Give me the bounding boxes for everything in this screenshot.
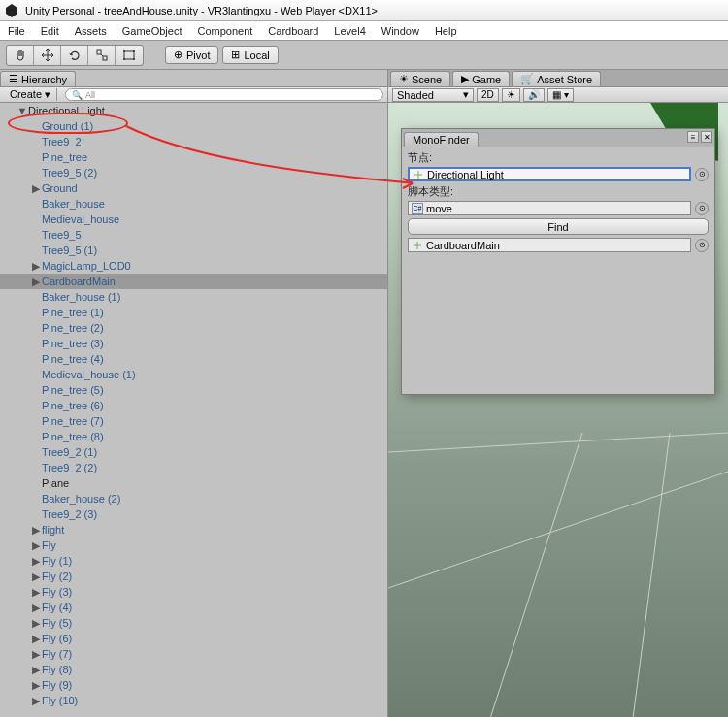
expand-icon[interactable]: [31, 121, 41, 131]
expand-icon[interactable]: [31, 152, 41, 162]
expand-icon[interactable]: ▶: [31, 525, 41, 535]
shaded-dropdown[interactable]: Shaded▾: [392, 88, 474, 102]
hierarchy-item[interactable]: Pine_tree (7): [0, 413, 387, 429]
menu-file[interactable]: File: [8, 25, 25, 37]
monofinder-tab[interactable]: MonoFinder: [404, 132, 479, 147]
assetstore-tab[interactable]: 🛒Asset Store: [512, 71, 601, 86]
hierarchy-item[interactable]: Tree9_5: [0, 227, 387, 243]
expand-icon[interactable]: [31, 199, 41, 209]
hierarchy-item[interactable]: Pine_tree (1): [0, 305, 387, 320]
expand-icon[interactable]: [31, 416, 41, 426]
hierarchy-item[interactable]: ▶flight: [0, 522, 387, 538]
hierarchy-item[interactable]: Ground (1): [0, 118, 387, 134]
expand-icon[interactable]: [31, 509, 41, 519]
expand-icon[interactable]: ▶: [31, 540, 41, 550]
expand-icon[interactable]: ▶: [31, 665, 41, 674]
hierarchy-item[interactable]: ▶Ground: [0, 180, 387, 196]
fx-toggle[interactable]: ▦ ▾: [547, 88, 574, 102]
hierarchy-item[interactable]: Pine_tree (4): [0, 351, 387, 367]
hierarchy-item[interactable]: ▶Fly (1): [0, 553, 387, 569]
expand-icon[interactable]: [31, 323, 41, 333]
menu-assets[interactable]: Assets: [75, 25, 107, 37]
hierarchy-item[interactable]: Tree9_2 (3): [0, 506, 387, 522]
expand-icon[interactable]: [31, 447, 41, 457]
expand-icon[interactable]: [31, 432, 41, 441]
scene-tab[interactable]: ☀Scene: [390, 71, 450, 86]
hierarchy-item[interactable]: Medieval_house (1): [0, 367, 387, 382]
light-toggle[interactable]: ☀: [502, 88, 520, 102]
expand-icon[interactable]: [31, 308, 41, 317]
create-dropdown[interactable]: Create ▾: [4, 88, 57, 101]
expand-icon[interactable]: [31, 354, 41, 364]
menu-edit[interactable]: Edit: [41, 25, 59, 37]
rotate-tool[interactable]: [61, 46, 88, 65]
audio-toggle[interactable]: 🔊: [523, 88, 545, 102]
expand-icon[interactable]: ▶: [31, 634, 41, 643]
hierarchy-item[interactable]: ▶Fly (2): [0, 569, 387, 584]
hierarchy-item[interactable]: ▼Directional Light: [0, 103, 387, 118]
expand-icon[interactable]: [31, 401, 41, 410]
hierarchy-item[interactable]: ▶Fly (6): [0, 631, 387, 646]
expand-icon[interactable]: [31, 168, 41, 178]
hierarchy-item[interactable]: ▶CardboardMain: [0, 274, 387, 289]
menu-level4[interactable]: Level4: [334, 25, 365, 37]
expand-icon[interactable]: [31, 214, 41, 224]
expand-icon[interactable]: ▶: [31, 680, 41, 690]
expand-icon[interactable]: [31, 494, 41, 504]
object-picker-icon[interactable]: ⊙: [695, 202, 709, 215]
monofinder-window[interactable]: MonoFinder ≡ ✕ 节点: Directional Light ⊙ 脚…: [401, 128, 715, 395]
node-field[interactable]: Directional Light: [408, 167, 691, 181]
hierarchy-item[interactable]: Pine_tree: [0, 149, 387, 165]
hierarchy-item[interactable]: ▶Fly (8): [0, 662, 387, 677]
expand-icon[interactable]: ▼: [17, 106, 27, 115]
hierarchy-item[interactable]: Baker_house: [0, 196, 387, 212]
hierarchy-item[interactable]: Tree9_2 (1): [0, 444, 387, 460]
expand-icon[interactable]: [31, 463, 41, 473]
hierarchy-item[interactable]: Pine_tree (2): [0, 320, 387, 336]
hierarchy-tab[interactable]: ☰ Hierarchy: [0, 71, 76, 86]
hierarchy-item[interactable]: ▶Fly: [0, 538, 387, 553]
hierarchy-item[interactable]: Baker_house (2): [0, 491, 387, 506]
close-icon[interactable]: ✕: [701, 131, 712, 143]
hierarchy-item[interactable]: Baker_house (1): [0, 289, 387, 305]
local-toggle[interactable]: ⊞Local: [222, 46, 278, 64]
menu-component[interactable]: Component: [197, 25, 252, 37]
hierarchy-item[interactable]: Pine_tree (6): [0, 398, 387, 413]
expand-icon[interactable]: [31, 292, 41, 302]
hierarchy-item[interactable]: Tree9_2: [0, 134, 387, 149]
expand-icon[interactable]: [31, 137, 41, 147]
menu-window[interactable]: Window: [381, 25, 419, 37]
expand-icon[interactable]: ▶: [31, 587, 41, 597]
expand-icon[interactable]: ▶: [31, 556, 41, 566]
rect-tool[interactable]: [116, 46, 143, 65]
expand-icon[interactable]: [31, 339, 41, 348]
hierarchy-item[interactable]: ▶Fly (5): [0, 615, 387, 631]
hierarchy-item[interactable]: ▶Fly (9): [0, 677, 387, 693]
2d-toggle[interactable]: 2D: [477, 88, 499, 102]
expand-icon[interactable]: [31, 478, 41, 488]
menu-cardboard[interactable]: Cardboard: [268, 25, 318, 37]
window-menu-icon[interactable]: ≡: [687, 131, 699, 143]
hierarchy-item[interactable]: ▶Fly (10): [0, 693, 387, 708]
menu-gameobject[interactable]: GameObject: [122, 25, 182, 37]
hierarchy-item[interactable]: ▶MagicLamp_LOD0: [0, 258, 387, 274]
pivot-toggle[interactable]: ⊕Pivot: [165, 46, 218, 64]
hierarchy-item[interactable]: ▶Fly (4): [0, 600, 387, 615]
expand-icon[interactable]: [31, 245, 41, 255]
expand-icon[interactable]: [31, 385, 41, 395]
expand-icon[interactable]: ▶: [31, 696, 41, 705]
hierarchy-item[interactable]: Tree9_2 (2): [0, 460, 387, 475]
expand-icon[interactable]: ▶: [31, 277, 41, 286]
expand-icon[interactable]: ▶: [31, 571, 41, 581]
game-tab[interactable]: ▶Game: [452, 71, 510, 86]
expand-icon[interactable]: [31, 230, 41, 240]
hierarchy-search[interactable]: 🔍 All: [65, 88, 383, 101]
hierarchy-item[interactable]: Plane: [0, 475, 387, 491]
script-field[interactable]: C# move: [408, 201, 691, 215]
expand-icon[interactable]: ▶: [31, 618, 41, 628]
expand-icon[interactable]: [31, 370, 41, 379]
menu-help[interactable]: Help: [435, 25, 457, 37]
object-picker-icon[interactable]: ⊙: [695, 168, 709, 181]
hierarchy-item[interactable]: ▶Fly (3): [0, 584, 387, 600]
result-field[interactable]: CardboardMain: [408, 238, 691, 252]
